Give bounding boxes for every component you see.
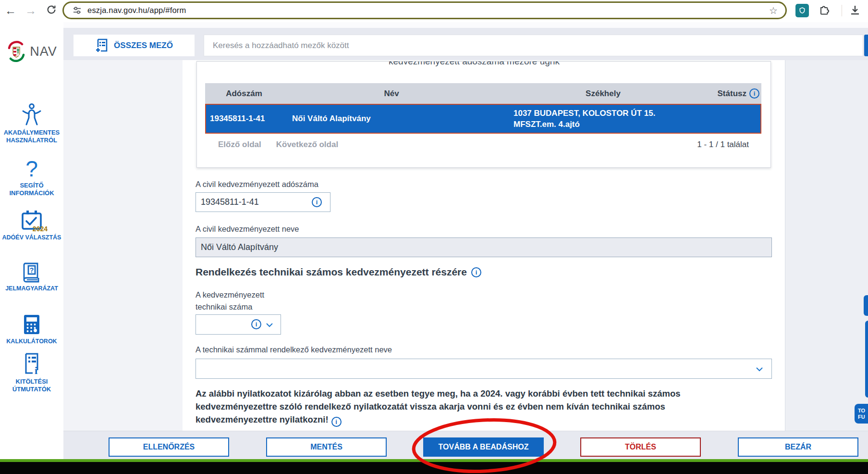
table-header-row: Adószám Név Székhely Státusz	[205, 83, 761, 104]
sidebar-item-jelmagyarazat[interactable]: ? JELMAGYARÁZAT	[0, 262, 63, 292]
nav-logo[interactable]: NAV	[0, 40, 63, 62]
browser-reload-icon[interactable]	[46, 4, 57, 15]
prev-page-button[interactable]: Előző oldal	[218, 140, 261, 150]
col-header-statusz-label: Státusz	[718, 89, 746, 99]
civil-tax-number-value: 19345811-1-41	[201, 197, 259, 207]
col-header-adoszam: Adószám	[205, 89, 283, 99]
security-extension-icon[interactable]	[795, 4, 809, 17]
ellenorzes-button[interactable]: ELLENŐRZÉS	[109, 437, 229, 457]
warning-line1: Az alábbi nyilatkozatot kizárólag abban …	[196, 388, 681, 399]
eszja-nav-form-page: ← → eszja.nav.gov.hu/app/#form ☆	[0, 0, 868, 474]
downloads-icon[interactable]	[849, 4, 861, 16]
document-plus-icon	[95, 38, 108, 53]
nav-logo-text: NAV	[30, 44, 57, 59]
tovabbi-funkciok-badge[interactable]: TO FU	[855, 404, 868, 424]
browser-back-icon[interactable]: ←	[5, 3, 16, 18]
sidebar-label: ÚTMUTATÓK	[12, 386, 51, 393]
badge-line1: TO	[858, 408, 868, 414]
civil-tax-number-label: A civil kedvezményezett adószáma	[196, 180, 318, 189]
torles-button[interactable]: TÖRLÉS	[580, 437, 701, 457]
cell-address-line1: 1037 BUDAPEST, KOLOSTOR ÚT 15.	[513, 108, 706, 119]
all-fields-label: ÖSSZES MEZŐ	[114, 41, 173, 50]
sidebar-label: HASZNÁLATRÓL	[6, 137, 57, 144]
status-info-icon[interactable]	[749, 88, 759, 99]
tech-number-label: A kedvezményezett technikai száma	[196, 289, 264, 313]
civil-name-value: Női Váltó Alapítvány	[201, 242, 278, 252]
tech-name-label: A technikai számmal rendelkező kedvezmén…	[196, 345, 392, 354]
civil-name-label: A civil kedvezményezett neve	[196, 225, 299, 234]
form-content: kedvezményezett adószáma mezőre ugrik Ad…	[63, 60, 868, 431]
mentes-button[interactable]: MENTÉS	[266, 437, 387, 457]
col-header-nev: Név	[283, 89, 500, 99]
guide-doc-icon: i	[21, 352, 42, 376]
chevron-down-icon[interactable]	[266, 323, 273, 327]
right-edge-tab-tall[interactable]	[865, 321, 868, 398]
tech-name-select[interactable]	[196, 359, 772, 379]
table-pagination: Előző oldal Következő oldal 1 - 1 / 1 ta…	[205, 140, 761, 150]
url-text[interactable]: eszja.nav.gov.hu/app/#form	[87, 6, 186, 15]
tovabb-a-beadashoz-button[interactable]: TOVÁBB A BEADÁSHOZ	[423, 437, 544, 457]
col-header-szekhely: Székhely	[500, 89, 706, 99]
beneficiary-results-panel: kedvezményezett adószáma mezőre ugrik Ad…	[196, 61, 771, 168]
bookmark-star-icon[interactable]: ☆	[769, 5, 778, 16]
civil-name-input[interactable]: Női Váltó Alapítvány	[196, 237, 772, 257]
revocation-warning-text: Az alábbi nyilatkozatot kizárólag abban …	[196, 387, 777, 426]
question-icon: ?	[0, 158, 63, 180]
next-page-button[interactable]: Következő oldal	[276, 140, 338, 150]
svg-text:i: i	[35, 364, 37, 376]
beneficiary-table: Adószám Név Székhely Státusz 19345811-1-…	[205, 83, 761, 134]
browser-chrome: ← → eszja.nav.gov.hu/app/#form ☆	[0, 0, 868, 23]
clipped-helper-text: kedvezményezett adószáma mezőre ugrik	[389, 61, 560, 67]
site-settings-icon[interactable]	[73, 6, 82, 15]
table-row-selected[interactable]: 19345811-1-41 Női Váltó Alapítvány 1037 …	[205, 104, 761, 134]
extensions-puzzle-icon[interactable]	[819, 4, 830, 16]
tech-number-label-line1: A kedvezményezett	[196, 290, 264, 299]
footer-action-bar: ELLENŐRZÉS MENTÉS TOVÁBB A BEADÁSHOZ TÖR…	[63, 431, 868, 460]
sidebar-label: KITÖLTÉSI	[16, 378, 48, 385]
technical-section-heading: Rendelkezés technikai számos kedvezménye…	[196, 266, 481, 278]
nav-coat-of-arms-icon	[6, 40, 26, 62]
field-search-input[interactable]	[204, 35, 863, 56]
year-badge: 2024	[33, 225, 48, 233]
sidebar-item-segito-informaciok[interactable]: ? SEGÍTŐINFORMÁCIÓK	[0, 158, 63, 197]
badge-line2: FU	[858, 414, 868, 420]
calculator-icon	[22, 313, 42, 336]
section-info-icon[interactable]	[471, 267, 481, 277]
accessibility-icon	[21, 103, 43, 127]
col-header-statusz: Státusz	[706, 88, 761, 99]
sidebar-label: JELMAGYARÁZAT	[5, 285, 58, 292]
warning-line2: kedvezményezettre szóló rendelkező nyila…	[196, 401, 665, 412]
svg-text:?: ?	[30, 266, 34, 274]
sidebar-item-akadalymentes[interactable]: AKADÁLYMENTESHASZNÁLATRÓL	[0, 103, 63, 144]
sidebar-item-kalkulatorok[interactable]: KALKULÁTOROK	[0, 313, 63, 345]
warning-line3: kedvezményezettre nyilatkozni!	[196, 414, 329, 424]
sidebar-label: AKADÁLYMENTES	[4, 129, 60, 136]
result-count: 1 - 1 / 1 találat	[697, 140, 749, 150]
url-bar[interactable]: eszja.nav.gov.hu/app/#form ☆	[62, 1, 787, 19]
browser-forward-icon[interactable]: →	[25, 3, 37, 18]
sidebar-label: INFORMÁCIÓK	[9, 189, 54, 197]
sidebar-item-adoev-valasztas[interactable]: 2024 ADÓÉV VÁLASZTÁS	[0, 210, 63, 241]
search-button-sliver[interactable]	[864, 35, 868, 56]
bezar-button[interactable]: BEZÁR	[738, 437, 858, 457]
form-toolbar: ÖSSZES MEZŐ	[63, 28, 868, 60]
sidebar-label: SEGÍTŐ	[20, 182, 43, 189]
warning-info-icon[interactable]	[331, 417, 342, 427]
sidebar-label: ADÓÉV VÁLASZTÁS	[2, 234, 61, 241]
cell-name: Női Váltó Alapítvány	[283, 114, 500, 124]
tech-number-info-icon[interactable]	[251, 319, 261, 329]
chrome-separator	[842, 5, 842, 16]
chevron-down-icon[interactable]	[756, 367, 763, 372]
bottom-black-bar	[0, 462, 868, 474]
all-fields-button[interactable]: ÖSSZES MEZŐ	[73, 35, 195, 56]
cell-tax-id: 19345811-1-41	[206, 114, 283, 124]
right-edge-tab-small[interactable]	[864, 295, 868, 316]
tech-number-label-line2: technikai száma	[196, 302, 252, 311]
left-sidebar: NAV AKADÁLYMENTESHASZNÁLATRÓL ? SEGÍTŐIN…	[0, 22, 64, 462]
cell-address: 1037 BUDAPEST, KOLOSTOR ÚT 15. MFSZT.em.…	[500, 108, 706, 130]
civil-tax-number-input[interactable]: 19345811-1-41	[196, 192, 330, 212]
civil-tax-info-icon[interactable]	[312, 197, 322, 207]
legend-book-icon: ?	[21, 262, 42, 283]
sidebar-item-kitoltesi-utmutatok[interactable]: i KITÖLTÉSIÚTMUTATÓK	[0, 352, 63, 393]
tech-number-combobox[interactable]	[196, 314, 281, 335]
